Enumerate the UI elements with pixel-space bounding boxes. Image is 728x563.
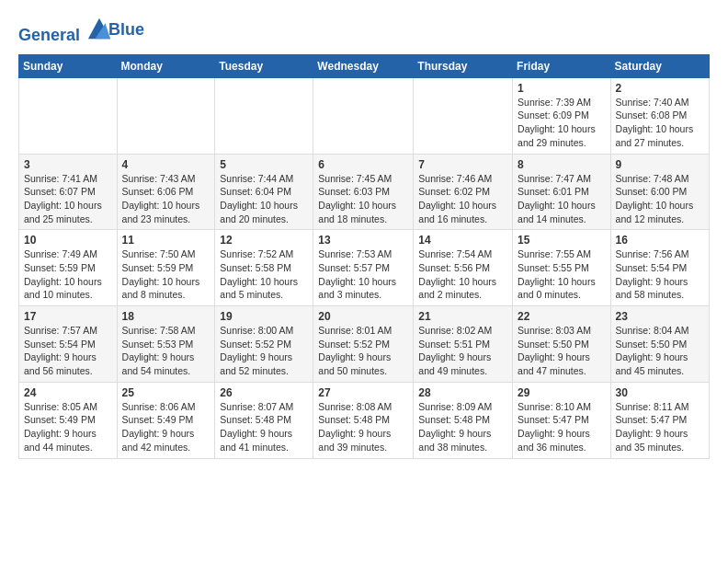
calendar-cell: 18Sunrise: 7:58 AMSunset: 5:53 PMDayligh…: [117, 306, 215, 383]
calendar-cell: 20Sunrise: 8:01 AMSunset: 5:52 PMDayligh…: [313, 306, 414, 383]
day-number: 18: [122, 310, 210, 323]
day-number: 21: [418, 310, 507, 323]
day-info: Sunrise: 8:11 AMSunset: 5:47 PMDaylight:…: [616, 400, 704, 454]
day-number: 26: [220, 386, 308, 399]
calendar-cell: 4Sunrise: 7:43 AMSunset: 6:06 PMDaylight…: [117, 154, 215, 230]
calendar-cell: [313, 77, 414, 154]
calendar-cell: 30Sunrise: 8:11 AMSunset: 5:47 PMDayligh…: [610, 382, 709, 458]
calendar-cell: 9Sunrise: 7:48 AMSunset: 6:00 PMDaylight…: [610, 154, 709, 230]
day-of-week-header: Wednesday: [313, 54, 414, 77]
calendar-cell: 11Sunrise: 7:50 AMSunset: 5:59 PMDayligh…: [117, 230, 215, 306]
day-info: Sunrise: 7:46 AMSunset: 6:02 PMDaylight:…: [418, 172, 507, 226]
calendar-cell: 25Sunrise: 8:06 AMSunset: 5:49 PMDayligh…: [117, 382, 215, 458]
day-number: 13: [318, 234, 408, 247]
calendar-cell: 10Sunrise: 7:49 AMSunset: 5:59 PMDayligh…: [19, 230, 118, 306]
calendar-cell: [414, 77, 513, 154]
day-info: Sunrise: 8:06 AMSunset: 5:49 PMDaylight:…: [122, 400, 210, 454]
calendar-cell: [215, 77, 313, 154]
day-number: 20: [318, 310, 408, 323]
day-info: Sunrise: 8:00 AMSunset: 5:52 PMDaylight:…: [220, 324, 308, 378]
calendar-cell: 5Sunrise: 7:44 AMSunset: 6:04 PMDaylight…: [215, 154, 313, 230]
day-number: 8: [518, 158, 606, 171]
calendar-cell: 21Sunrise: 8:02 AMSunset: 5:51 PMDayligh…: [414, 306, 513, 383]
calendar-cell: 17Sunrise: 7:57 AMSunset: 5:54 PMDayligh…: [19, 306, 118, 383]
day-info: Sunrise: 7:49 AMSunset: 5:59 PMDaylight:…: [24, 247, 112, 302]
day-number: 23: [616, 310, 704, 323]
calendar-cell: [19, 77, 118, 154]
day-number: 12: [220, 234, 308, 247]
day-number: 29: [518, 386, 606, 399]
logo-text: General: [18, 15, 112, 45]
calendar-cell: 13Sunrise: 7:53 AMSunset: 5:57 PMDayligh…: [313, 230, 414, 306]
day-info: Sunrise: 7:43 AMSunset: 6:06 PMDaylight:…: [122, 172, 210, 226]
day-number: 14: [418, 234, 507, 247]
day-number: 4: [122, 158, 210, 171]
calendar-cell: 26Sunrise: 8:07 AMSunset: 5:48 PMDayligh…: [215, 382, 313, 458]
calendar-cell: 29Sunrise: 8:10 AMSunset: 5:47 PMDayligh…: [513, 382, 611, 458]
day-info: Sunrise: 8:07 AMSunset: 5:48 PMDaylight:…: [220, 400, 308, 454]
day-of-week-header: Tuesday: [215, 54, 313, 77]
day-number: 25: [122, 386, 210, 399]
calendar-cell: 2Sunrise: 7:40 AMSunset: 6:08 PMDaylight…: [610, 77, 709, 154]
calendar-week-row: 3Sunrise: 7:41 AMSunset: 6:07 PMDaylight…: [19, 154, 710, 230]
calendar-week-row: 17Sunrise: 7:57 AMSunset: 5:54 PMDayligh…: [19, 306, 710, 383]
day-info: Sunrise: 7:40 AMSunset: 6:08 PMDaylight:…: [616, 96, 704, 150]
day-number: 19: [220, 310, 308, 323]
calendar-week-row: 10Sunrise: 7:49 AMSunset: 5:59 PMDayligh…: [19, 230, 710, 306]
day-info: Sunrise: 8:03 AMSunset: 5:50 PMDaylight:…: [518, 324, 606, 378]
page: General Blue SundayMondayTuesdayWednesda…: [0, 0, 728, 474]
day-info: Sunrise: 8:08 AMSunset: 5:48 PMDaylight:…: [318, 400, 408, 454]
day-info: Sunrise: 8:05 AMSunset: 5:49 PMDaylight:…: [24, 400, 112, 454]
day-number: 10: [24, 234, 112, 247]
day-info: Sunrise: 8:10 AMSunset: 5:47 PMDaylight:…: [518, 400, 606, 454]
calendar-week-row: 1Sunrise: 7:39 AMSunset: 6:09 PMDaylight…: [19, 77, 710, 154]
day-info: Sunrise: 7:45 AMSunset: 6:03 PMDaylight:…: [318, 172, 408, 226]
day-info: Sunrise: 7:44 AMSunset: 6:04 PMDaylight:…: [220, 172, 308, 226]
calendar-cell: 28Sunrise: 8:09 AMSunset: 5:48 PMDayligh…: [414, 382, 513, 458]
calendar-table: SundayMondayTuesdayWednesdayThursdayFrid…: [18, 54, 710, 459]
day-info: Sunrise: 7:50 AMSunset: 5:59 PMDaylight:…: [122, 247, 210, 302]
day-number: 11: [122, 234, 210, 247]
day-number: 24: [24, 386, 112, 399]
day-number: 28: [418, 386, 507, 399]
day-info: Sunrise: 7:39 AMSunset: 6:09 PMDaylight:…: [518, 96, 606, 150]
calendar-header-row: SundayMondayTuesdayWednesdayThursdayFrid…: [19, 54, 710, 77]
day-of-week-header: Sunday: [19, 54, 118, 77]
day-number: 9: [616, 158, 704, 171]
day-number: 6: [318, 158, 408, 171]
day-number: 27: [318, 386, 408, 399]
calendar-cell: 6Sunrise: 7:45 AMSunset: 6:03 PMDaylight…: [313, 154, 414, 230]
day-number: 7: [418, 158, 507, 171]
day-of-week-header: Saturday: [610, 54, 709, 77]
day-info: Sunrise: 7:48 AMSunset: 6:00 PMDaylight:…: [616, 172, 704, 226]
calendar-cell: 27Sunrise: 8:08 AMSunset: 5:48 PMDayligh…: [313, 382, 414, 458]
header: General Blue: [18, 15, 710, 45]
calendar-cell: 8Sunrise: 7:47 AMSunset: 6:01 PMDaylight…: [513, 154, 611, 230]
calendar-cell: 12Sunrise: 7:52 AMSunset: 5:58 PMDayligh…: [215, 230, 313, 306]
day-number: 15: [518, 234, 606, 247]
logo: General Blue: [18, 15, 144, 45]
day-info: Sunrise: 7:58 AMSunset: 5:53 PMDaylight:…: [122, 324, 210, 378]
day-number: 30: [616, 386, 704, 399]
day-number: 17: [24, 310, 112, 323]
day-info: Sunrise: 7:56 AMSunset: 5:54 PMDaylight:…: [616, 247, 704, 302]
day-info: Sunrise: 8:09 AMSunset: 5:48 PMDaylight:…: [418, 400, 507, 454]
calendar-cell: 22Sunrise: 8:03 AMSunset: 5:50 PMDayligh…: [513, 306, 611, 383]
calendar-cell: 15Sunrise: 7:55 AMSunset: 5:55 PMDayligh…: [513, 230, 611, 306]
calendar-cell: 23Sunrise: 8:04 AMSunset: 5:50 PMDayligh…: [610, 306, 709, 383]
calendar-cell: 7Sunrise: 7:46 AMSunset: 6:02 PMDaylight…: [414, 154, 513, 230]
calendar-cell: 24Sunrise: 8:05 AMSunset: 5:49 PMDayligh…: [19, 382, 118, 458]
calendar-cell: 1Sunrise: 7:39 AMSunset: 6:09 PMDaylight…: [513, 77, 611, 154]
day-info: Sunrise: 8:02 AMSunset: 5:51 PMDaylight:…: [418, 324, 507, 378]
day-info: Sunrise: 8:04 AMSunset: 5:50 PMDaylight:…: [616, 324, 704, 378]
day-number: 5: [220, 158, 308, 171]
day-number: 1: [518, 82, 606, 95]
calendar-cell: [117, 77, 215, 154]
day-of-week-header: Monday: [117, 54, 215, 77]
day-info: Sunrise: 7:54 AMSunset: 5:56 PMDaylight:…: [418, 247, 507, 302]
calendar-cell: 3Sunrise: 7:41 AMSunset: 6:07 PMDaylight…: [19, 154, 118, 230]
day-info: Sunrise: 7:55 AMSunset: 5:55 PMDaylight:…: [518, 247, 606, 302]
day-of-week-header: Friday: [513, 54, 611, 77]
calendar-week-row: 24Sunrise: 8:05 AMSunset: 5:49 PMDayligh…: [19, 382, 710, 458]
day-number: 3: [24, 158, 112, 171]
